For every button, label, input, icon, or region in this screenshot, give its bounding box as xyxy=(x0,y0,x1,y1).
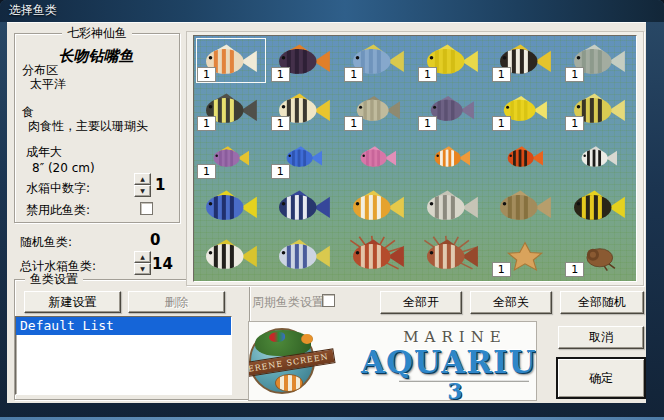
fish-count-badge: 1 xyxy=(271,67,290,82)
fish-count-badge: 1 xyxy=(271,116,290,131)
new-settings-button[interactable]: 新建设置 xyxy=(24,291,121,313)
spinner-up-icon[interactable] xyxy=(134,173,151,185)
periodic-fish-label: 周期鱼类设置 xyxy=(252,295,324,309)
food-label: 食 xyxy=(22,105,34,119)
dialog-titlebar[interactable]: 选择鱼类 xyxy=(0,0,664,22)
fish-copperband-butterflyfish[interactable]: 1 xyxy=(194,36,268,85)
adult-size-label: 成年大 xyxy=(26,145,62,159)
fish-regal-angelfish[interactable] xyxy=(341,182,415,231)
fish-count-badge: 1 xyxy=(197,164,216,179)
fish-flagfin-angelfish[interactable]: 1 xyxy=(268,36,342,85)
fish-count-badge: 1 xyxy=(418,67,437,82)
fish-hermit-crab[interactable]: 1 xyxy=(562,231,636,280)
periodic-fish-checkbox[interactable] xyxy=(322,294,335,307)
fish-count-badge: 1 xyxy=(565,116,584,131)
fish-clown-triggerfish[interactable]: 1 xyxy=(489,36,563,85)
food-value: 肉食性，主要以珊瑚头 xyxy=(28,119,148,133)
all-off-button[interactable]: 全部关 xyxy=(470,291,552,314)
banner-title-number: 3 xyxy=(367,378,537,401)
spinner-down-icon[interactable] xyxy=(134,185,151,197)
dialog-title: 选择鱼类 xyxy=(9,3,57,17)
dialog-body: 七彩神仙鱼 长吻钻嘴鱼 分布区 太平洋 食 肉食性，主要以珊瑚头 成年大 8″ … xyxy=(7,22,646,403)
fish-count-badge: 1 xyxy=(492,116,511,131)
fish-threadfin-butterflyfish[interactable]: 1 xyxy=(562,85,636,134)
fish-spotfin-lionfish[interactable] xyxy=(415,231,489,280)
banner-title-aquarium: AQUARIUM xyxy=(361,344,537,380)
fish-settings-group-title: 鱼类设置 xyxy=(25,272,83,286)
fish-clown-surgeonfish[interactable] xyxy=(268,231,342,280)
all-on-button[interactable]: 全部开 xyxy=(380,291,462,314)
spinner-down-icon[interactable] xyxy=(134,263,151,275)
fish-lined-butterflyfish[interactable] xyxy=(415,182,489,231)
random-fish-label: 随机鱼类: xyxy=(20,235,72,249)
all-random-button[interactable]: 全部随机 xyxy=(560,291,644,314)
disable-fish-label: 禁用此鱼类: xyxy=(26,203,90,217)
logo-bird-icon xyxy=(269,332,285,342)
marine-aquarium-banner: SERENE SCREEN MARINE AQUARIUM 3 xyxy=(248,321,537,401)
fish-count-badge: 1 xyxy=(565,262,584,277)
fish-flame-angelfish[interactable] xyxy=(489,134,563,183)
cancel-button[interactable]: 取消 xyxy=(558,326,644,349)
fish-grid: 1 1 1 1 1 xyxy=(193,35,637,282)
total-fish-spinner xyxy=(134,251,151,275)
fish-grid-panel: 1 1 1 1 1 xyxy=(186,31,644,286)
fish-info-group-title: 七彩神仙鱼 xyxy=(62,26,132,40)
number-in-tank-label: 水箱中数字: xyxy=(26,181,90,195)
fish-count-badge: 1 xyxy=(197,116,216,131)
fish-clownfish[interactable] xyxy=(415,134,489,183)
fish-regal-blue-tang[interactable] xyxy=(194,182,268,231)
fish-count-badge: 1 xyxy=(565,67,584,82)
fish-emperor-angelfish-juvenile[interactable] xyxy=(268,182,342,231)
total-fish-value: 14 xyxy=(152,256,173,272)
fish-settings-listbox[interactable]: Default List xyxy=(15,316,232,395)
fish-royal-gramma[interactable]: 1 xyxy=(194,134,268,183)
spinner-up-icon[interactable] xyxy=(134,251,151,263)
fish-pink-anthias[interactable] xyxy=(341,134,415,183)
fish-count-badge: 1 xyxy=(492,67,511,82)
number-in-tank-value: 1 xyxy=(155,177,165,193)
logo-fish-icon xyxy=(275,374,303,392)
total-fish-label: 总计水箱鱼类: xyxy=(20,259,96,273)
fish-scribbled-rabbitfish[interactable] xyxy=(489,182,563,231)
fish-count-badge: 1 xyxy=(344,67,363,82)
fish-humbug-damselfish[interactable] xyxy=(562,134,636,183)
fish-count-badge: 1 xyxy=(271,164,290,179)
fish-blue-damselfish[interactable]: 1 xyxy=(268,134,342,183)
fish-koran-angelfish[interactable]: 1 xyxy=(194,85,268,134)
serene-screen-logo: SERENE SCREEN xyxy=(248,326,331,398)
adult-size-value: 8″ (20 cm) xyxy=(32,161,95,175)
fish-pearlscale-butterflyfish[interactable]: 1 xyxy=(341,85,415,134)
fish-count-badge: 1 xyxy=(418,116,437,131)
fish-yellow-tang[interactable]: 1 xyxy=(415,36,489,85)
fish-bird-wrasse[interactable]: 1 xyxy=(562,36,636,85)
fish-longnose-butterflyfish[interactable]: 1 xyxy=(489,85,563,134)
fish-starfish[interactable]: 1 xyxy=(489,231,563,280)
list-item[interactable]: Default List xyxy=(16,317,231,335)
fish-count-badge: 1 xyxy=(492,262,511,277)
fish-count-badge: 1 xyxy=(197,67,216,82)
fish-lionfish[interactable] xyxy=(341,231,415,280)
delete-settings-button[interactable]: 删除 xyxy=(128,291,225,313)
fish-purple-tang[interactable]: 1 xyxy=(415,85,489,134)
fish-rock-beauty-angelfish[interactable] xyxy=(562,182,636,231)
distribution-label: 分布区 xyxy=(22,63,58,77)
select-fish-dialog: 选择鱼类 七彩神仙鱼 长吻钻嘴鱼 分布区 太平洋 食 肉食性，主要以珊瑚头 成年… xyxy=(0,0,664,420)
number-in-tank-spinner xyxy=(134,173,151,197)
fish-double-saddle-butterflyfish[interactable]: 1 xyxy=(268,85,342,134)
ok-button[interactable]: 确定 xyxy=(556,357,646,399)
distribution-value: 太平洋 xyxy=(30,77,66,91)
fish-powder-blue-tang[interactable]: 1 xyxy=(341,36,415,85)
random-fish-value: 0 xyxy=(150,232,160,248)
fish-moorish-idol[interactable] xyxy=(194,231,268,280)
disable-fish-checkbox[interactable] xyxy=(140,202,153,215)
logo-butterfly-icon xyxy=(301,334,313,344)
fish-count-badge: 1 xyxy=(344,116,363,131)
